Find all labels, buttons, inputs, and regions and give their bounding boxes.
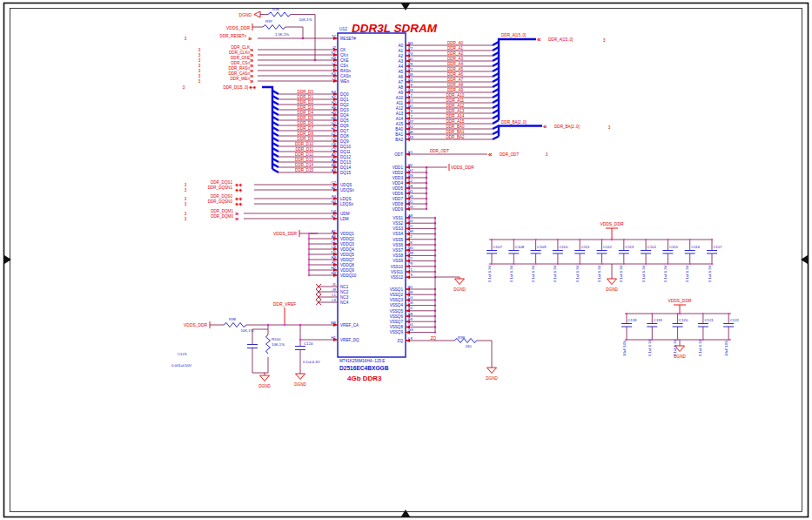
resistor-icon <box>263 25 285 30</box>
pin-number: H2 <box>332 266 337 270</box>
pin-number: E2 <box>408 306 413 310</box>
junction-dot <box>513 263 514 265</box>
pin-name: A7 <box>398 80 403 84</box>
pin-name: VDDQ10 <box>340 274 357 278</box>
net-label: DDR_DQSN1 <box>208 186 233 190</box>
ground-icon <box>607 279 617 285</box>
addr-bus <box>499 39 536 120</box>
pin-row: 3 DDR_DQSN0 ◈◈ G3 LDQSn <box>185 199 354 207</box>
pin-number: M1 <box>408 246 414 250</box>
net-label: DDR_CLK <box>232 45 251 50</box>
capacitor: C120 0.1uf,6.3V <box>673 313 688 356</box>
pin-number: N8 <box>408 130 413 134</box>
cap-refdes: C119 <box>654 318 663 322</box>
pin-name: VSS7 <box>393 248 403 253</box>
pin-name: DQ9 <box>340 139 349 144</box>
pin-number: A3 <box>332 168 337 172</box>
pin-number: F9 <box>408 317 413 321</box>
pin-number: B7 <box>332 186 337 190</box>
pin-name: DQ4 <box>340 113 349 118</box>
pin-name: VREF_DQ <box>340 338 359 342</box>
junction-dot <box>308 243 310 245</box>
bus-label: DDR_A[15..0] <box>501 33 526 37</box>
pin-name: VSSQ4 <box>390 303 404 307</box>
pin-number: A1 <box>332 229 337 233</box>
schematic-canvas: U12 DDR3L SDRAM MT41K256M16HA -125:E D25… <box>0 0 812 520</box>
pin-number: A8 <box>332 234 337 239</box>
pin-name: VSS11 <box>391 270 403 274</box>
cap-refdes: C113 <box>625 245 634 249</box>
junction-dot <box>513 239 514 240</box>
net-label: DDR_DQS1 <box>211 180 232 185</box>
pin-name: BA0 <box>395 127 403 132</box>
junction-dot <box>601 239 602 240</box>
junction-dot <box>284 324 286 327</box>
net-label: DDR_BA2 <box>446 135 465 139</box>
power-label: VDDS_DDR <box>273 232 297 236</box>
bus-entry <box>493 120 499 124</box>
pin-name: WEn <box>340 79 349 84</box>
pin-number: E9 <box>332 255 337 260</box>
pin-number: J8 <box>408 240 413 245</box>
net-label: DDR_A15 <box>446 119 465 124</box>
net-label: DDR_BA1 <box>446 130 465 134</box>
pin-number: L9 <box>332 298 336 302</box>
pin-number: P9 <box>408 261 413 266</box>
offpage-connector-icon: « <box>543 123 547 131</box>
junction-dot <box>728 339 729 341</box>
junction-dot <box>651 313 653 314</box>
junction-dot <box>711 263 713 265</box>
power-label: VDDS_DDR <box>226 26 250 30</box>
ground-label: DGND <box>294 382 306 387</box>
capacitor: C109 0.1uf,6.3V <box>531 239 547 282</box>
net-label: DDR_D14 <box>295 163 313 167</box>
pin-name: VDD9 <box>393 207 404 212</box>
pin-name: ODT <box>394 152 403 157</box>
junction-dot <box>308 264 310 266</box>
pin-name: VSS6 <box>393 243 403 247</box>
junction-dot <box>667 263 668 265</box>
net-label: DDR_RASn <box>228 66 250 71</box>
net-label: DDR_A14 <box>446 114 465 118</box>
pin-number: G9 <box>408 328 413 332</box>
pin-number: K3 <box>332 71 337 76</box>
resistor-refdes: R100 <box>272 337 281 341</box>
decoupling-bank-1: VDDS_DDR DGND C107 0.1uf,6.3V <box>487 222 722 292</box>
pin-number: R8 <box>408 72 413 77</box>
pin-number: P7 <box>408 46 413 51</box>
net-label: DDR_CKE <box>231 56 250 60</box>
junction-dot <box>702 313 704 314</box>
pin-number: C1 <box>332 240 337 244</box>
net-label: DDR_A6 <box>447 72 464 77</box>
pin-number: A9 <box>408 213 413 218</box>
junction-dot <box>308 274 310 276</box>
pin-name: VDD2 <box>393 171 404 175</box>
junction-dot <box>623 239 625 240</box>
pin-name: DQ5 <box>340 118 349 123</box>
pin-name: VSSQ9 <box>390 330 404 334</box>
resistor-value: 10K,1% <box>240 328 253 333</box>
pin-name: VDD5 <box>393 186 404 191</box>
pin-number: B3 <box>408 219 413 223</box>
cap-refdes: C123 <box>178 352 187 356</box>
pin-name: VDD6 <box>393 192 404 196</box>
pin-number: G2 <box>331 121 336 125</box>
pin-number: G8 <box>408 229 413 233</box>
pin-name: DQ0 <box>340 92 349 97</box>
pin-name: NC3 <box>340 295 349 300</box>
pin-name: A5 <box>398 70 403 74</box>
pin-number: R2 <box>408 78 413 82</box>
net-label: DDR_D10 <box>295 142 313 146</box>
cap-value: 0.1uf,6.3V <box>509 265 513 282</box>
junction-dot <box>689 263 691 265</box>
pin-name: RASn <box>340 69 351 73</box>
cap-value: 0.1uf,6.3V <box>641 265 646 282</box>
pin-name: NC1 <box>340 285 349 289</box>
pin-name: BA2 <box>395 138 403 142</box>
net-label: DDR_DQM0 <box>211 214 233 219</box>
pin-name: VDDQ9 <box>340 268 354 273</box>
pin-name: VDD4 <box>393 181 404 186</box>
junction-dot <box>557 239 559 240</box>
chip-title: DDR3L SDRAM <box>352 22 438 35</box>
pin-number: K1 <box>408 150 413 154</box>
